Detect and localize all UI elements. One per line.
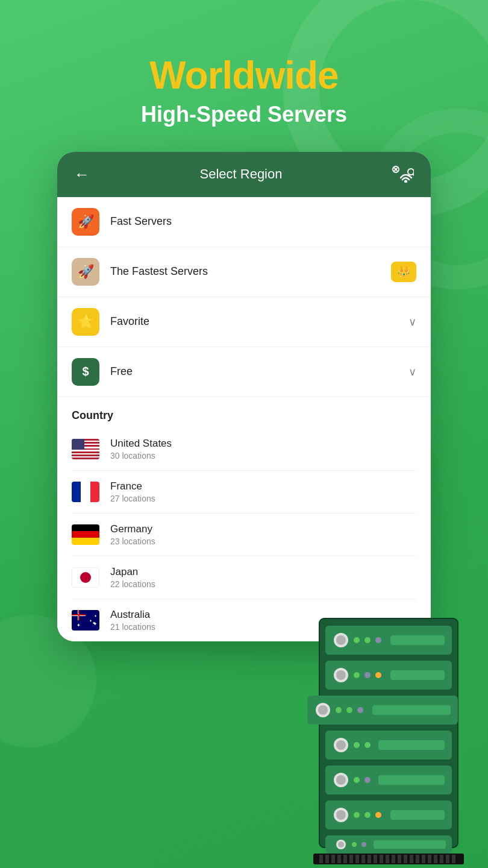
svg-point-37 <box>354 777 360 783</box>
svg-rect-61 <box>361 855 365 863</box>
menu-item-free[interactable]: $ Free ∨ <box>57 347 431 397</box>
back-button[interactable]: ← <box>74 165 90 184</box>
jp-info: Japan 22 locations <box>110 566 416 589</box>
svg-rect-67 <box>398 855 401 863</box>
svg-rect-55 <box>325 855 329 863</box>
svg-rect-54 <box>319 855 323 863</box>
svg-point-24 <box>336 707 342 713</box>
svg-point-9 <box>336 635 346 645</box>
wifi-search-icon[interactable] <box>392 166 414 183</box>
svg-line-5 <box>413 174 414 176</box>
svg-rect-73 <box>434 855 437 863</box>
svg-rect-39 <box>378 775 445 785</box>
svg-point-49 <box>338 841 344 848</box>
svg-point-38 <box>364 777 371 783</box>
server-rack-illustration <box>307 612 476 868</box>
svg-point-30 <box>336 740 346 750</box>
de-info: Germany 23 locations <box>110 523 416 546</box>
svg-point-42 <box>336 810 346 820</box>
flag-jp <box>72 567 99 588</box>
svg-point-12 <box>375 637 381 643</box>
svg-point-36 <box>336 775 346 785</box>
menu-list: 🚀 Fast Servers 🚀 The Fastest Servers 👑 ⭐… <box>57 197 431 397</box>
svg-rect-64 <box>380 855 383 863</box>
svg-rect-74 <box>440 855 443 863</box>
de-locations: 23 locations <box>110 536 416 546</box>
topbar-title: Select Region <box>90 166 392 182</box>
svg-point-19 <box>375 672 381 678</box>
svg-point-43 <box>354 812 360 818</box>
free-label: Free <box>110 365 408 378</box>
us-name: United States <box>110 438 416 450</box>
svg-rect-52 <box>374 840 446 849</box>
fast-servers-label: Fast Servers <box>110 215 416 228</box>
svg-rect-60 <box>355 855 359 863</box>
svg-rect-59 <box>349 855 353 863</box>
de-name: Germany <box>110 523 416 535</box>
country-header: Country <box>72 397 416 428</box>
country-item-us[interactable]: United States 30 locations <box>72 428 416 471</box>
svg-point-25 <box>346 707 352 713</box>
svg-rect-69 <box>410 855 413 863</box>
page-subtitle: High-Speed Servers <box>0 101 488 127</box>
svg-point-17 <box>354 672 360 678</box>
country-item-de[interactable]: Germany 23 locations <box>72 514 416 556</box>
us-info: United States 30 locations <box>110 438 416 461</box>
jp-locations: 22 locations <box>110 579 416 589</box>
free-chevron: ∨ <box>408 365 416 379</box>
svg-rect-72 <box>428 855 431 863</box>
country-item-fr[interactable]: France 27 locations <box>72 471 416 514</box>
svg-rect-13 <box>390 635 445 645</box>
svg-rect-56 <box>331 855 335 863</box>
svg-rect-66 <box>392 855 395 863</box>
fast-servers-icon: 🚀 <box>72 208 99 236</box>
favorite-label: Favorite <box>110 315 408 328</box>
svg-point-32 <box>364 742 371 748</box>
svg-rect-33 <box>378 740 445 750</box>
menu-item-fastest-servers[interactable]: 🚀 The Fastest Servers 👑 <box>57 247 431 297</box>
country-item-jp[interactable]: Japan 22 locations <box>72 556 416 599</box>
flag-us <box>72 439 99 459</box>
svg-point-18 <box>364 672 371 678</box>
svg-rect-27 <box>372 705 451 715</box>
svg-point-26 <box>357 707 363 713</box>
flag-au: ✦ ✦ ✦ ✦ ✦ <box>72 610 99 631</box>
svg-rect-75 <box>446 855 449 863</box>
svg-rect-58 <box>343 855 347 863</box>
svg-point-10 <box>354 637 360 643</box>
page-title: Worldwide <box>0 54 488 96</box>
svg-rect-46 <box>390 810 445 820</box>
fr-info: France 27 locations <box>110 480 416 503</box>
favorite-chevron: ∨ <box>408 315 416 329</box>
flag-fr <box>72 482 99 502</box>
fastest-servers-icon: 🚀 <box>72 258 99 286</box>
crown-icon: 👑 <box>391 262 416 282</box>
svg-rect-71 <box>422 855 425 863</box>
free-icon: $ <box>72 358 99 386</box>
svg-point-51 <box>361 842 366 847</box>
svg-point-23 <box>318 705 328 715</box>
menu-item-fast-servers[interactable]: 🚀 Fast Servers <box>57 197 431 247</box>
svg-rect-62 <box>368 855 371 863</box>
fr-locations: 27 locations <box>110 494 416 503</box>
svg-point-31 <box>354 742 360 748</box>
topbar: ← Select Region <box>57 152 431 197</box>
svg-point-45 <box>375 812 381 818</box>
menu-item-favorite[interactable]: ⭐ Favorite ∨ <box>57 297 431 347</box>
svg-rect-70 <box>416 855 419 863</box>
svg-rect-57 <box>337 855 341 863</box>
svg-rect-76 <box>452 855 455 863</box>
svg-point-3 <box>404 180 407 183</box>
jp-name: Japan <box>110 566 416 578</box>
svg-point-44 <box>364 812 371 818</box>
fastest-servers-label: The Fastest Servers <box>110 265 391 278</box>
svg-rect-63 <box>374 855 377 863</box>
us-locations: 30 locations <box>110 451 416 461</box>
svg-point-16 <box>336 670 346 680</box>
phone-mockup: ← Select Region <box>57 152 431 641</box>
svg-rect-20 <box>390 670 445 680</box>
svg-point-11 <box>364 637 371 643</box>
favorite-icon: ⭐ <box>72 308 99 336</box>
svg-rect-65 <box>386 855 389 863</box>
flag-de <box>72 524 99 545</box>
